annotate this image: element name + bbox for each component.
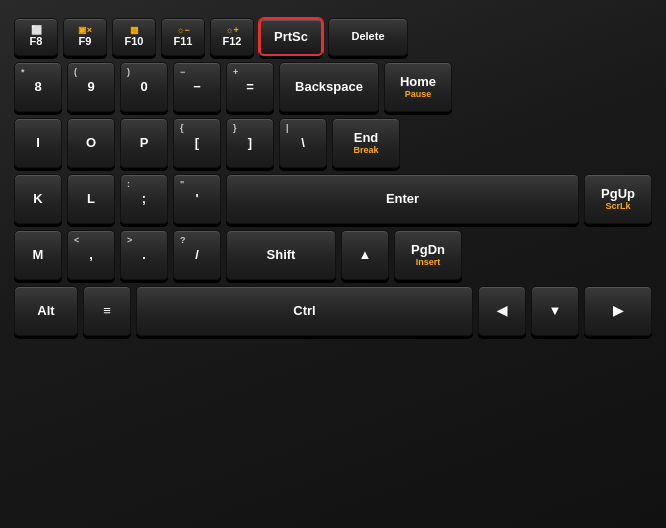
key-i[interactable]: I: [14, 118, 62, 168]
function-key-row: ⬜ F8 ▣× F9 ▦ F10 ☼− F11 ☼+ F12 PrtSc Del…: [14, 18, 652, 56]
key-left[interactable]: ◀: [478, 286, 526, 336]
key-enter[interactable]: Enter: [226, 174, 579, 224]
key-k[interactable]: K: [14, 174, 62, 224]
key-minus[interactable]: − −: [173, 62, 221, 112]
key-menu[interactable]: ≡: [83, 286, 131, 336]
key-0[interactable]: ) 0: [120, 62, 168, 112]
key-pgdn[interactable]: PgDn Insert: [394, 230, 462, 280]
key-backspace[interactable]: Backspace: [279, 62, 379, 112]
key-lbracket[interactable]: { [: [173, 118, 221, 168]
key-up[interactable]: ▲: [341, 230, 389, 280]
key-m[interactable]: M: [14, 230, 62, 280]
key-8[interactable]: * 8: [14, 62, 62, 112]
iop-row: I O P { [ } ] | \ End Break: [14, 118, 652, 168]
key-f9[interactable]: ▣× F9: [63, 18, 107, 56]
key-rbracket[interactable]: } ]: [226, 118, 274, 168]
key-backslash[interactable]: | \: [279, 118, 327, 168]
key-shift[interactable]: Shift: [226, 230, 336, 280]
key-pgup[interactable]: PgUp ScrLk: [584, 174, 652, 224]
bottom-row: Alt ≡ Ctrl ◀ ▼ ▶: [14, 286, 652, 336]
number-row: * 8 ( 9 ) 0 − − + = Backspace Home Pause: [14, 62, 652, 112]
key-f12[interactable]: ☼+ F12: [210, 18, 254, 56]
key-quote[interactable]: " ': [173, 174, 221, 224]
key-end[interactable]: End Break: [332, 118, 400, 168]
key-comma[interactable]: < ,: [67, 230, 115, 280]
kl-row: K L : ; " ' Enter PgUp ScrLk: [14, 174, 652, 224]
keyboard: ⬜ F8 ▣× F9 ▦ F10 ☼− F11 ☼+ F12 PrtSc Del…: [0, 0, 666, 528]
key-9[interactable]: ( 9: [67, 62, 115, 112]
key-ctrl[interactable]: Ctrl: [136, 286, 473, 336]
key-l[interactable]: L: [67, 174, 115, 224]
key-equal[interactable]: + =: [226, 62, 274, 112]
key-down[interactable]: ▼: [531, 286, 579, 336]
key-f8[interactable]: ⬜ F8: [14, 18, 58, 56]
key-prtsc[interactable]: PrtSc: [259, 18, 323, 56]
key-semicolon[interactable]: : ;: [120, 174, 168, 224]
key-period[interactable]: > .: [120, 230, 168, 280]
key-alt[interactable]: Alt: [14, 286, 78, 336]
key-o[interactable]: O: [67, 118, 115, 168]
key-right[interactable]: ▶: [584, 286, 652, 336]
key-delete[interactable]: Delete: [328, 18, 408, 56]
key-f11[interactable]: ☼− F11: [161, 18, 205, 56]
m-row: M < , > . ? / Shift ▲ PgDn Insert: [14, 230, 652, 280]
key-home[interactable]: Home Pause: [384, 62, 452, 112]
key-slash[interactable]: ? /: [173, 230, 221, 280]
key-p[interactable]: P: [120, 118, 168, 168]
key-f10[interactable]: ▦ F10: [112, 18, 156, 56]
